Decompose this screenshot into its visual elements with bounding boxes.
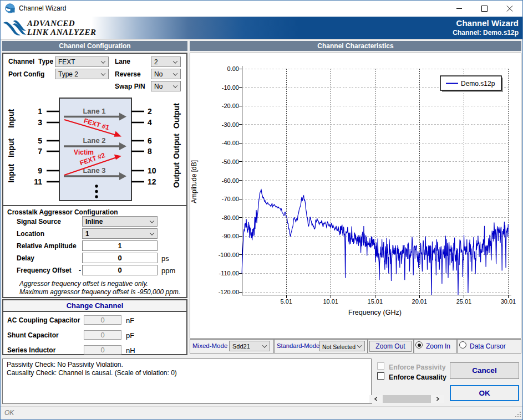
svg-text:Output: Output [172,162,181,188]
svg-text:3: 3 [38,118,42,127]
svg-text:Amplitude [dB]: Amplitude [dB] [190,160,198,203]
svg-text:-30.00: -30.00 [222,121,239,128]
svg-text:12: 12 [148,177,156,186]
svg-text:2: 2 [148,107,152,116]
svg-text:-120.00: -120.00 [219,289,239,295]
svg-text:Lane 2: Lane 2 [83,136,105,145]
svg-text:10: 10 [148,166,156,175]
svg-text:7: 7 [38,147,42,156]
svg-text:Input: Input [7,109,16,129]
svg-text:5.01: 5.01 [280,298,292,305]
svg-text:-90.00: -90.00 [222,233,239,239]
svg-text:11: 11 [34,177,42,186]
svg-text:6: 6 [148,136,152,145]
svg-text:8: 8 [148,147,152,156]
svg-text:Input: Input [7,164,16,183]
svg-text:-10.00: -10.00 [222,84,239,91]
svg-text:-40.00: -40.00 [222,140,239,146]
svg-text:15.01: 15.01 [368,298,383,305]
svg-text:Output: Output [172,103,181,129]
svg-text:25.01: 25.01 [456,298,472,305]
svg-text:4: 4 [148,118,152,127]
svg-text:1: 1 [38,107,42,116]
svg-text:Demo.s12p: Demo.s12p [461,80,495,88]
svg-text:20.01: 20.01 [412,298,428,305]
svg-text:Output: Output [172,134,181,159]
svg-text:-60.00: -60.00 [222,177,239,184]
svg-text:0.00: 0.00 [227,65,239,72]
svg-text:-100.00: -100.00 [219,252,239,258]
svg-text:30.01: 30.01 [501,298,516,305]
svg-text:9: 9 [38,166,42,175]
svg-text:-70.00: -70.00 [222,196,239,202]
svg-text:-50.00: -50.00 [222,158,239,165]
svg-text:-80.00: -80.00 [222,214,239,221]
svg-text:Input: Input [7,139,16,158]
svg-text:5: 5 [38,136,42,145]
svg-text:10.01: 10.01 [323,298,338,305]
svg-text:-110.00: -110.00 [219,270,240,276]
svg-text:Frequency (GHz): Frequency (GHz) [348,309,402,316]
svg-text:-20.00: -20.00 [222,103,239,109]
svg-text:Lane 1: Lane 1 [83,107,105,115]
